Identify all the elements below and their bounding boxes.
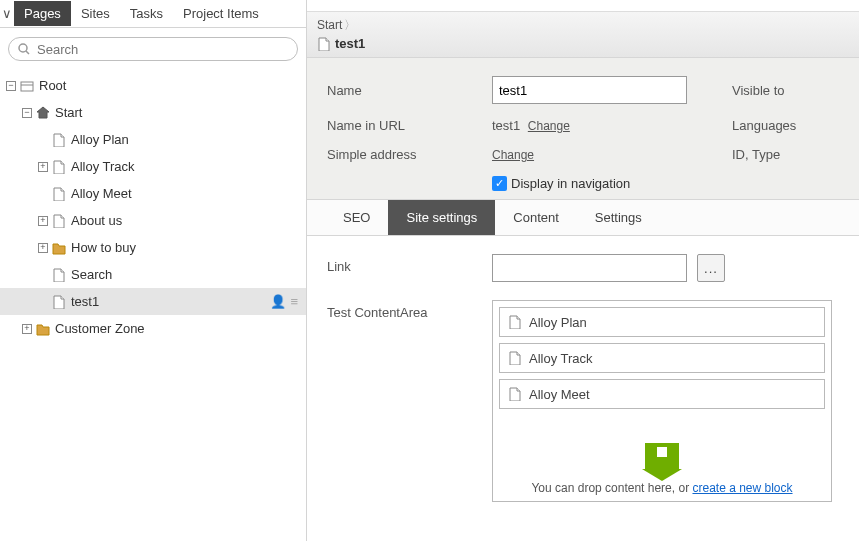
page-icon: [317, 37, 331, 51]
label-name: Name: [327, 83, 492, 98]
item-label: Alloy Meet: [529, 387, 590, 402]
expander-spacer: [38, 270, 48, 280]
page-icon: [508, 315, 522, 329]
expander-icon[interactable]: +: [22, 324, 32, 334]
node-label: Root: [39, 78, 66, 93]
title-text: test1: [335, 36, 365, 51]
drop-text: You can drop content here, or: [531, 481, 692, 495]
display-nav-label: Display in navigation: [511, 176, 630, 191]
checkbox-checked-icon[interactable]: ✓: [492, 176, 507, 191]
name-input[interactable]: [492, 76, 687, 104]
editor-tab[interactable]: SEO: [325, 200, 388, 235]
search-box[interactable]: [8, 37, 298, 61]
tree-node-start[interactable]: − Start: [0, 99, 306, 126]
node-label: Search: [71, 267, 112, 282]
page-icon: [508, 351, 522, 365]
tree-node[interactable]: Alloy Plan: [0, 126, 306, 153]
link-picker-button[interactable]: ...: [697, 254, 725, 282]
page-icon: [52, 295, 66, 309]
item-label: Alloy Track: [529, 351, 593, 366]
tab-tasks[interactable]: Tasks: [120, 1, 173, 26]
editor-tab[interactable]: Site settings: [388, 200, 495, 235]
tab-sites[interactable]: Sites: [71, 1, 120, 26]
drop-arrow-icon: [645, 443, 679, 471]
tree-node-customer-zone[interactable]: + Customer Zone: [0, 315, 306, 342]
content-area-item[interactable]: Alloy Plan: [499, 307, 825, 337]
label-visible: Visible to: [732, 83, 839, 98]
label-link: Link: [327, 254, 492, 274]
content-area-item[interactable]: Alloy Track: [499, 343, 825, 373]
tree-node[interactable]: +About us: [0, 207, 306, 234]
tab-pages[interactable]: Pages: [14, 1, 71, 26]
node-label: test1: [71, 294, 99, 309]
breadcrumb-root[interactable]: Start: [317, 18, 342, 32]
home-icon: [36, 106, 50, 120]
sidebar-tabs: ∨ Pages Sites Tasks Project Items: [0, 0, 306, 28]
node-label: Start: [55, 105, 82, 120]
label-simple: Simple address: [327, 147, 492, 162]
menu-icon[interactable]: ≡: [290, 294, 298, 309]
breadcrumb: Start〉: [307, 12, 859, 36]
expander-icon[interactable]: −: [6, 81, 16, 91]
page-icon: [52, 160, 66, 174]
page-icon: [52, 187, 66, 201]
tree-node[interactable]: test1👤≡: [0, 288, 306, 315]
search-input[interactable]: [37, 42, 289, 57]
tree-node[interactable]: Alloy Meet: [0, 180, 306, 207]
folder-icon: [36, 322, 50, 336]
label-url: Name in URL: [327, 118, 492, 133]
label-contentarea: Test ContentArea: [327, 300, 492, 320]
user-icon[interactable]: 👤: [270, 294, 286, 309]
tree-node[interactable]: +How to buy: [0, 234, 306, 261]
editor-tab[interactable]: Settings: [577, 200, 660, 235]
expander-icon[interactable]: +: [38, 162, 48, 172]
tree-node[interactable]: +Alloy Track: [0, 153, 306, 180]
content-area-item[interactable]: Alloy Meet: [499, 379, 825, 409]
chevron-down-icon[interactable]: ∨: [0, 6, 14, 21]
node-label: Alloy Meet: [71, 186, 132, 201]
main: Start〉 test1 Name Visible to Name in URL…: [307, 0, 859, 541]
editor-tabs: SEOSite settingsContentSettings: [307, 200, 859, 236]
expander-icon[interactable]: +: [38, 216, 48, 226]
page-icon: [52, 133, 66, 147]
change-address-link[interactable]: Change: [492, 148, 534, 162]
chevron-right-icon: 〉: [344, 18, 356, 32]
expander-icon[interactable]: −: [22, 108, 32, 118]
search-row: [0, 28, 306, 70]
create-block-link[interactable]: create a new block: [692, 481, 792, 495]
search-icon: [17, 42, 31, 56]
page-tree: − Root − Start Alloy Plan+Alloy TrackAll…: [0, 70, 306, 541]
tree-node[interactable]: Search: [0, 261, 306, 288]
label-languages: Languages: [732, 118, 839, 133]
item-label: Alloy Plan: [529, 315, 587, 330]
expander-spacer: [38, 189, 48, 199]
display-nav-row[interactable]: ✓ Display in navigation: [492, 176, 732, 191]
link-input[interactable]: [492, 254, 687, 282]
expander-spacer: [38, 135, 48, 145]
sidebar: ∨ Pages Sites Tasks Project Items − Root…: [0, 0, 307, 541]
node-label: Customer Zone: [55, 321, 145, 336]
node-label: Alloy Plan: [71, 132, 129, 147]
box-icon: [20, 79, 34, 93]
toolbar: [307, 0, 859, 12]
folder-icon: [52, 241, 66, 255]
form-area: Name Visible to Name in URL test1 Change…: [307, 58, 859, 200]
tab-project-items[interactable]: Project Items: [173, 1, 269, 26]
node-label: Alloy Track: [71, 159, 135, 174]
page-icon: [52, 214, 66, 228]
page-title: test1: [307, 36, 859, 58]
drop-hint: You can drop content here, or create a n…: [499, 415, 825, 495]
tree-node-root[interactable]: − Root: [0, 72, 306, 99]
node-label: About us: [71, 213, 122, 228]
content-area-box[interactable]: Alloy PlanAlloy TrackAlloy Meet You can …: [492, 300, 832, 502]
expander-icon[interactable]: +: [38, 243, 48, 253]
content-area: Link ... Test ContentArea Alloy PlanAllo…: [307, 236, 859, 538]
change-url-link[interactable]: Change: [528, 119, 570, 133]
label-idtype: ID, Type: [732, 147, 839, 162]
expander-spacer: [38, 297, 48, 307]
page-icon: [508, 387, 522, 401]
node-label: How to buy: [71, 240, 136, 255]
url-value: test1: [492, 118, 520, 133]
page-icon: [52, 268, 66, 282]
editor-tab[interactable]: Content: [495, 200, 577, 235]
